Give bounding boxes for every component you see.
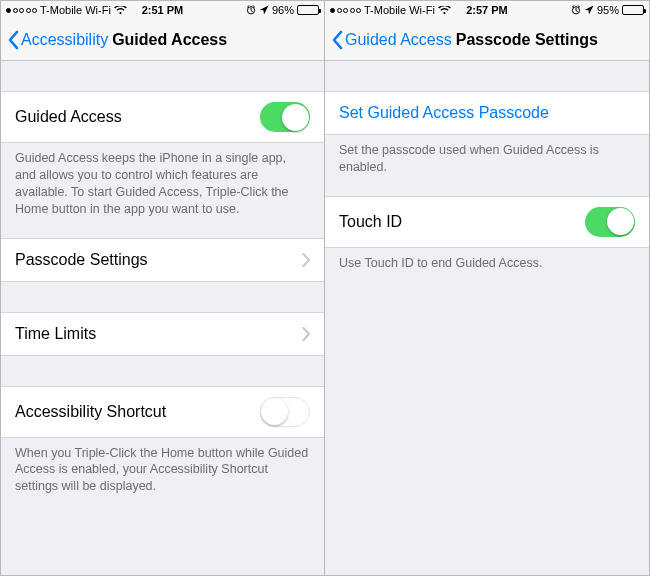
back-button[interactable]: Accessibility [7, 30, 108, 50]
chevron-right-icon [302, 327, 310, 341]
battery-icon [622, 5, 644, 15]
footer-guided-access: Guided Access keeps the iPhone in a sing… [1, 143, 324, 226]
row-label: Passcode Settings [15, 251, 302, 269]
row-label: Guided Access [15, 108, 260, 126]
back-button[interactable]: Guided Access [331, 30, 452, 50]
row-guided-access-toggle[interactable]: Guided Access [1, 91, 324, 143]
status-time: 2:51 PM [1, 4, 324, 16]
row-accessibility-shortcut[interactable]: Accessibility Shortcut [1, 386, 324, 438]
chevron-left-icon [331, 30, 343, 50]
footer-touch-id: Use Touch ID to end Guided Access. [325, 248, 649, 280]
row-set-passcode[interactable]: Set Guided Access Passcode [325, 91, 649, 135]
settings-list[interactable]: Set Guided Access Passcode Set the passc… [325, 61, 649, 575]
back-label: Guided Access [345, 31, 452, 49]
toggle-guided-access[interactable] [260, 102, 310, 132]
status-bar: T-Mobile Wi-Fi 2:51 PM 96% [1, 1, 324, 19]
row-label: Time Limits [15, 325, 302, 343]
row-label: Accessibility Shortcut [15, 403, 260, 421]
screen-guided-access: T-Mobile Wi-Fi 2:51 PM 96% [1, 1, 325, 575]
status-time: 2:57 PM [325, 4, 649, 16]
nav-bar: Guided Access Passcode Settings [325, 19, 649, 61]
battery-icon [297, 5, 319, 15]
row-label: Set Guided Access Passcode [339, 104, 635, 122]
toggle-touch-id[interactable] [585, 207, 635, 237]
row-label: Touch ID [339, 213, 585, 231]
toggle-accessibility-shortcut[interactable] [260, 397, 310, 427]
chevron-right-icon [302, 253, 310, 267]
chevron-left-icon [7, 30, 19, 50]
settings-list[interactable]: Guided Access Guided Access keeps the iP… [1, 61, 324, 575]
row-passcode-settings[interactable]: Passcode Settings [1, 238, 324, 282]
row-time-limits[interactable]: Time Limits [1, 312, 324, 356]
screen-passcode-settings: T-Mobile Wi-Fi 2:57 PM 95% [325, 1, 649, 575]
footer-accessibility-shortcut: When you Triple-Click the Home button wh… [1, 438, 324, 504]
footer-set-passcode: Set the passcode used when Guided Access… [325, 135, 649, 184]
nav-bar: Accessibility Guided Access [1, 19, 324, 61]
row-touch-id[interactable]: Touch ID [325, 196, 649, 248]
status-bar: T-Mobile Wi-Fi 2:57 PM 95% [325, 1, 649, 19]
page-title: Passcode Settings [456, 31, 598, 49]
page-title: Guided Access [112, 31, 227, 49]
back-label: Accessibility [21, 31, 108, 49]
